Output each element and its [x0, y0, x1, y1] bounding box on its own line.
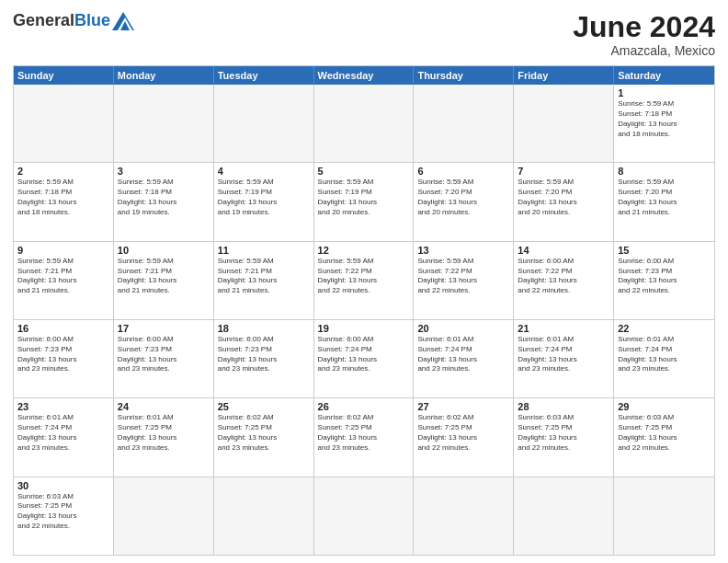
- day-number: 19: [318, 323, 410, 334]
- day-cell: 4Sunrise: 5:59 AM Sunset: 7:19 PM Daylig…: [214, 163, 314, 240]
- day-number: 11: [218, 245, 310, 256]
- day-header-friday: Friday: [514, 66, 614, 85]
- day-cell: 2Sunrise: 5:59 AM Sunset: 7:18 PM Daylig…: [14, 163, 114, 240]
- day-cell: 13Sunrise: 5:59 AM Sunset: 7:22 PM Dayli…: [414, 242, 514, 319]
- logo-blue-text: Blue: [74, 11, 110, 30]
- day-cell: 10Sunrise: 5:59 AM Sunset: 7:21 PM Dayli…: [114, 242, 214, 319]
- calendar: SundayMondayTuesdayWednesdayThursdayFrid…: [13, 65, 715, 556]
- day-header-tuesday: Tuesday: [214, 66, 314, 85]
- day-info: Sunrise: 5:59 AM Sunset: 7:18 PM Dayligh…: [118, 178, 210, 217]
- day-number: 23: [17, 401, 109, 412]
- day-cell: 6Sunrise: 5:59 AM Sunset: 7:20 PM Daylig…: [414, 163, 514, 240]
- day-header-monday: Monday: [114, 66, 214, 85]
- day-info: Sunrise: 6:00 AM Sunset: 7:24 PM Dayligh…: [318, 335, 410, 374]
- day-info: Sunrise: 6:00 AM Sunset: 7:23 PM Dayligh…: [118, 335, 210, 374]
- day-number: 2: [17, 166, 109, 177]
- day-cell: [614, 477, 714, 555]
- day-info: Sunrise: 6:00 AM Sunset: 7:23 PM Dayligh…: [17, 335, 109, 374]
- logo-general-text: General: [13, 11, 74, 30]
- day-info: Sunrise: 6:00 AM Sunset: 7:23 PM Dayligh…: [218, 335, 310, 374]
- day-info: Sunrise: 6:00 AM Sunset: 7:22 PM Dayligh…: [518, 257, 609, 296]
- day-number: 4: [218, 166, 310, 177]
- day-cell: 12Sunrise: 5:59 AM Sunset: 7:22 PM Dayli…: [314, 242, 415, 319]
- day-number: 6: [417, 166, 509, 177]
- day-cell: [314, 477, 415, 555]
- day-header-saturday: Saturday: [614, 66, 714, 85]
- day-info: Sunrise: 6:01 AM Sunset: 7:24 PM Dayligh…: [417, 335, 509, 374]
- day-info: Sunrise: 6:01 AM Sunset: 7:25 PM Dayligh…: [118, 413, 210, 453]
- day-cell: 20Sunrise: 6:01 AM Sunset: 7:24 PM Dayli…: [414, 320, 514, 397]
- day-cell: 3Sunrise: 5:59 AM Sunset: 7:18 PM Daylig…: [114, 163, 214, 240]
- day-cell: [514, 85, 614, 162]
- day-number: 14: [518, 245, 609, 256]
- day-cell: 24Sunrise: 6:01 AM Sunset: 7:25 PM Dayli…: [114, 398, 214, 476]
- week-row-5: 23Sunrise: 6:01 AM Sunset: 7:24 PM Dayli…: [14, 398, 714, 477]
- page: GeneralBlue June 2024 Amazcala, Mexico S…: [0, 0, 728, 563]
- day-cell: 28Sunrise: 6:03 AM Sunset: 7:25 PM Dayli…: [514, 398, 614, 476]
- day-info: Sunrise: 6:00 AM Sunset: 7:23 PM Dayligh…: [618, 257, 711, 296]
- header: GeneralBlue June 2024 Amazcala, Mexico: [13, 11, 715, 58]
- day-cell: 8Sunrise: 5:59 AM Sunset: 7:20 PM Daylig…: [614, 163, 714, 240]
- week-row-3: 9Sunrise: 5:59 AM Sunset: 7:21 PM Daylig…: [14, 242, 714, 320]
- week-row-1: 1Sunrise: 5:59 AM Sunset: 7:18 PM Daylig…: [14, 85, 714, 163]
- day-info: Sunrise: 5:59 AM Sunset: 7:21 PM Dayligh…: [118, 257, 210, 296]
- day-cell: [114, 85, 214, 162]
- day-number: 3: [118, 166, 210, 177]
- day-cell: 30Sunrise: 6:03 AM Sunset: 7:25 PM Dayli…: [14, 477, 114, 555]
- logo-icon: [112, 12, 134, 30]
- day-info: Sunrise: 5:59 AM Sunset: 7:18 PM Dayligh…: [17, 178, 109, 217]
- day-info: Sunrise: 6:03 AM Sunset: 7:25 PM Dayligh…: [17, 492, 109, 532]
- day-cell: 5Sunrise: 5:59 AM Sunset: 7:19 PM Daylig…: [314, 163, 415, 240]
- day-cell: 1Sunrise: 5:59 AM Sunset: 7:18 PM Daylig…: [614, 85, 714, 162]
- location-subtitle: Amazcala, Mexico: [573, 43, 715, 58]
- day-number: 25: [218, 401, 310, 412]
- day-cell: 7Sunrise: 5:59 AM Sunset: 7:20 PM Daylig…: [514, 163, 614, 240]
- day-number: 24: [118, 401, 210, 412]
- day-cell: 15Sunrise: 6:00 AM Sunset: 7:23 PM Dayli…: [614, 242, 714, 319]
- day-cell: [314, 85, 415, 162]
- day-info: Sunrise: 6:01 AM Sunset: 7:24 PM Dayligh…: [17, 413, 109, 453]
- day-info: Sunrise: 5:59 AM Sunset: 7:22 PM Dayligh…: [417, 257, 509, 296]
- day-number: 9: [17, 245, 109, 256]
- calendar-body: 1Sunrise: 5:59 AM Sunset: 7:18 PM Daylig…: [14, 85, 714, 555]
- day-info: Sunrise: 5:59 AM Sunset: 7:19 PM Dayligh…: [218, 178, 310, 217]
- day-cell: 19Sunrise: 6:00 AM Sunset: 7:24 PM Dayli…: [314, 320, 415, 397]
- day-number: 18: [218, 323, 310, 334]
- day-number: 10: [118, 245, 210, 256]
- month-year-title: June 2024: [573, 11, 715, 43]
- day-number: 15: [618, 245, 711, 256]
- day-cell: 25Sunrise: 6:02 AM Sunset: 7:25 PM Dayli…: [214, 398, 314, 476]
- day-number: 17: [118, 323, 210, 334]
- day-cell: 9Sunrise: 5:59 AM Sunset: 7:21 PM Daylig…: [14, 242, 114, 319]
- day-info: Sunrise: 6:03 AM Sunset: 7:25 PM Dayligh…: [618, 413, 711, 453]
- day-number: 8: [618, 166, 711, 177]
- week-row-2: 2Sunrise: 5:59 AM Sunset: 7:18 PM Daylig…: [14, 163, 714, 241]
- day-info: Sunrise: 6:02 AM Sunset: 7:25 PM Dayligh…: [318, 413, 410, 453]
- day-cell: [214, 477, 314, 555]
- day-info: Sunrise: 5:59 AM Sunset: 7:19 PM Dayligh…: [318, 178, 410, 217]
- day-number: 16: [17, 323, 109, 334]
- day-cell: 23Sunrise: 6:01 AM Sunset: 7:24 PM Dayli…: [14, 398, 114, 476]
- logo: GeneralBlue: [13, 11, 134, 30]
- day-cell: 26Sunrise: 6:02 AM Sunset: 7:25 PM Dayli…: [314, 398, 415, 476]
- day-number: 13: [417, 245, 509, 256]
- logo-area: GeneralBlue: [13, 11, 134, 30]
- day-info: Sunrise: 6:02 AM Sunset: 7:25 PM Dayligh…: [218, 413, 310, 453]
- day-number: 26: [318, 401, 410, 412]
- day-cell: 16Sunrise: 6:00 AM Sunset: 7:23 PM Dayli…: [14, 320, 114, 397]
- day-info: Sunrise: 6:01 AM Sunset: 7:24 PM Dayligh…: [518, 335, 609, 374]
- day-info: Sunrise: 6:03 AM Sunset: 7:25 PM Dayligh…: [518, 413, 609, 453]
- day-info: Sunrise: 5:59 AM Sunset: 7:20 PM Dayligh…: [618, 178, 711, 217]
- day-info: Sunrise: 5:59 AM Sunset: 7:21 PM Dayligh…: [218, 257, 310, 296]
- day-headers-row: SundayMondayTuesdayWednesdayThursdayFrid…: [14, 66, 714, 85]
- day-number: 1: [618, 87, 711, 98]
- day-info: Sunrise: 6:01 AM Sunset: 7:24 PM Dayligh…: [618, 335, 711, 374]
- day-header-wednesday: Wednesday: [314, 66, 415, 85]
- day-cell: 21Sunrise: 6:01 AM Sunset: 7:24 PM Dayli…: [514, 320, 614, 397]
- day-cell: 17Sunrise: 6:00 AM Sunset: 7:23 PM Dayli…: [114, 320, 214, 397]
- day-info: Sunrise: 5:59 AM Sunset: 7:21 PM Dayligh…: [17, 257, 109, 296]
- day-number: 5: [318, 166, 410, 177]
- day-number: 12: [318, 245, 410, 256]
- day-info: Sunrise: 5:59 AM Sunset: 7:22 PM Dayligh…: [318, 257, 410, 296]
- day-info: Sunrise: 5:59 AM Sunset: 7:20 PM Dayligh…: [417, 178, 509, 217]
